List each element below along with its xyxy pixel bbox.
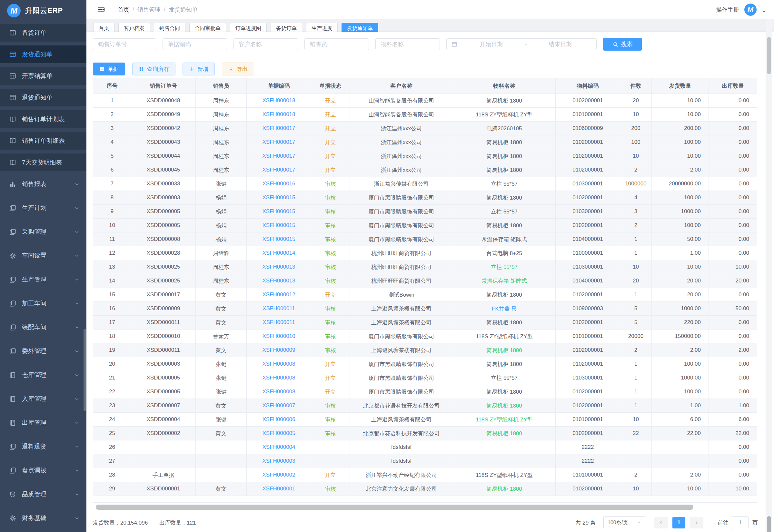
doc-code-link[interactable]: XSFH000011 xyxy=(247,302,311,316)
table-row[interactable]: 25XSDD000002黄文XSFH000005审核北京都市花语科技开发有限公司… xyxy=(93,427,757,440)
sidebar-item-委外管理[interactable]: 委外管理 xyxy=(0,342,86,360)
sidebar-item-入库管理[interactable]: 入库管理 xyxy=(0,390,86,408)
sidebar-item-7天交货明细表[interactable]: 7天交货明细表 xyxy=(0,153,86,171)
table-row[interactable]: 20XSDD000003张键XSFH000008开立厦门市黑眼睛服饰有限公司简易… xyxy=(93,357,757,371)
table-row[interactable]: 8XSDD000003杨娟XSFH000015审核厦门市黑眼睛服饰有限公司简易机… xyxy=(93,191,757,205)
sidebar-scrollbar-thumb[interactable] xyxy=(84,329,86,411)
doc-code-link[interactable]: XSFH000001 xyxy=(247,482,311,496)
doc-code-link[interactable]: XSFH000017 xyxy=(247,135,311,149)
doc-code-link[interactable]: XSFH000008 xyxy=(247,385,311,399)
table-row[interactable]: 5XSDD000044周桂东XSFH000017开立浙江温州xxx公司简易机柜 … xyxy=(93,149,757,163)
next-page-button[interactable]: › xyxy=(690,517,703,528)
tab-生产进度[interactable]: 生产进度 xyxy=(306,23,338,32)
tab-发货通知单[interactable]: 发货通知单 xyxy=(342,23,378,32)
tab-首页[interactable]: 首页 xyxy=(93,23,114,32)
doc-code-link[interactable]: XSFH000015 xyxy=(247,219,311,232)
table-row[interactable]: 11XSDD000008杨娟XSFH000015审核厦门市黑眼睛服饰有限公司常温… xyxy=(93,232,757,246)
table-row[interactable]: 1XSDD000048周桂东XSFH000018开立山河智能装备股份有限公司简易… xyxy=(93,94,757,108)
table-row[interactable]: 16XSDD000009黄文XSFH000011审核上海避风塘茶楼有限公司FK井… xyxy=(93,302,757,316)
doc-code-link[interactable]: XSFH000002 xyxy=(247,468,311,482)
date-range-picker[interactable]: 开始日期 - 结束日期 xyxy=(446,38,597,50)
table-row[interactable]: 24XSDD000004张键XSFH000006审核上海避风塘茶楼有限公司118… xyxy=(93,413,757,427)
page-scrollbar-thumb[interactable] xyxy=(767,516,771,532)
sidebar-item-退货通知单[interactable]: 退货通知单 xyxy=(0,89,86,106)
doc-code-link[interactable]: XSFH000004 xyxy=(247,440,311,454)
doc-code-link[interactable]: XSFH000018 xyxy=(247,94,311,108)
table-row[interactable]: 28手工单据XSFH000002开立浙江裕兴不动产经纪有限公司118S ZY型纸… xyxy=(93,468,757,482)
collapse-menu-icon[interactable] xyxy=(97,5,105,14)
sidebar-item-退料退货[interactable]: 退料退货 xyxy=(0,438,86,456)
goto-page-input[interactable] xyxy=(732,516,749,529)
table-row[interactable]: 4XSDD000043周桂东XSFH000017开立浙江温州xxx公司简易机柜 … xyxy=(93,135,757,149)
table-row[interactable]: 29XSDD000001黄文XSFH000001审核北京注意力文化发展有限公司简… xyxy=(93,482,757,496)
table-row[interactable]: 26XSFH000004fdsfdsfsf22220.00 xyxy=(93,440,757,454)
sidebar-item-仓库管理[interactable]: 仓库管理 xyxy=(0,366,86,384)
sidebar-item-出库管理[interactable]: 出库管理 xyxy=(0,414,86,432)
manual-link[interactable]: 操作手册 xyxy=(716,6,739,14)
doc-code-link[interactable]: XSFH000016 xyxy=(247,177,311,191)
查询所有-button[interactable]: 查询所有 xyxy=(132,63,175,75)
chevron-down-icon[interactable] xyxy=(762,9,766,14)
tab-备货订单[interactable]: 备货订单 xyxy=(271,23,302,32)
horizontal-scrollbar-thumb[interactable] xyxy=(96,505,693,510)
table-row[interactable]: 12XSDD000028屈继辉XSFH000014审核杭州旺旺旺商贸有限公司台式… xyxy=(93,246,757,260)
doc-code-link[interactable]: XSFH000009 xyxy=(247,343,311,357)
doc-code-link[interactable]: XSFH000017 xyxy=(247,163,311,177)
table-row[interactable]: 2XSDD000049周桂东XSFH000018开立山河智能装备股份有限公司11… xyxy=(93,108,757,122)
tab-合同审批单[interactable]: 合同审批单 xyxy=(189,23,226,32)
vertical-scrollbar-thumb[interactable] xyxy=(767,37,771,74)
table-row[interactable]: 7XSDD000033张键XSFH000016审核浙江裕兴传媒有限公司立柱 55… xyxy=(93,177,757,191)
doc-code-link[interactable]: XSFH000015 xyxy=(247,232,311,246)
tab-订单进度图[interactable]: 订单进度图 xyxy=(230,23,267,32)
doc-code-link[interactable]: XSFH000017 xyxy=(247,122,311,135)
doc-code-link[interactable]: XSFH000007 xyxy=(247,399,311,413)
tab-销售合同[interactable]: 销售合同 xyxy=(154,23,185,32)
table-row[interactable]: 27XSFH000003fdsfdsfsf22220.00 xyxy=(93,454,757,468)
sidebar-item-销售订单计划表[interactable]: 销售订单计划表 xyxy=(0,110,86,128)
table-row[interactable]: 18XSDD000010曹素芳XSFH000010审核厦门市黑眼睛服饰有限公司1… xyxy=(93,330,757,343)
sidebar-item-生产计划[interactable]: 生产计划 xyxy=(0,199,86,217)
sidebar-item-生产管理[interactable]: 生产管理 xyxy=(0,271,86,289)
prev-page-button[interactable]: ‹ xyxy=(654,517,668,528)
breadcrumb-home[interactable]: 首页 xyxy=(118,6,129,14)
doc-code-link[interactable]: XSFH000014 xyxy=(247,246,311,260)
filter-seller-input[interactable] xyxy=(304,38,369,50)
breadcrumb-sales[interactable]: 销售管理 xyxy=(137,6,161,14)
table-row[interactable]: 9XSDD000005杨娟XSFH000015审核厦门市黑眼睛服饰有限公司立柱 … xyxy=(93,205,757,219)
search-button[interactable]: 搜索 xyxy=(603,38,642,51)
doc-code-link[interactable]: XSFH000010 xyxy=(247,330,311,343)
filter-order-input[interactable] xyxy=(93,38,156,50)
page-size-select[interactable]: 100条/页 xyxy=(603,516,645,529)
sidebar-item-财务基础[interactable]: 财务基础 xyxy=(0,509,86,527)
doc-code-link[interactable]: XSFH000008 xyxy=(247,357,311,371)
table-row[interactable]: 6XSDD000045周桂东XSFH000017开立浙江温州xxx公司简易机柜 … xyxy=(93,163,757,177)
doc-code-link[interactable]: XSFH000006 xyxy=(247,413,311,427)
sidebar-item-发货通知单[interactable]: 发货通知单 xyxy=(0,45,86,63)
sidebar-item-销售订单明细表[interactable]: 销售订单明细表 xyxy=(0,132,86,150)
sidebar-item-装配车间[interactable]: 装配车间 xyxy=(0,318,86,336)
doc-code-link[interactable]: XSFH000018 xyxy=(247,108,311,122)
doc-code-link[interactable]: XSFH000008 xyxy=(247,371,311,385)
sidebar-item-盘点调拨[interactable]: 盘点调拨 xyxy=(0,461,86,479)
doc-code-link[interactable]: XSFH000005 xyxy=(247,427,311,440)
table-row[interactable]: 19XSDD000011黄文XSFH000009审核上海避风塘茶楼有限公司简易机… xyxy=(93,343,757,357)
filter-code-input[interactable] xyxy=(163,38,227,50)
table-row[interactable]: 14XSDD000025周桂东XSFH000013审核杭州旺旺旺商贸有限公司常温… xyxy=(93,274,757,288)
tab-客户档案[interactable]: 客户档案 xyxy=(118,23,150,32)
current-page[interactable]: 1 xyxy=(672,517,685,528)
table-row[interactable]: 23XSDD000007黄文XSFH000007审核北京都市花语科技开发有限公司… xyxy=(93,399,757,413)
sidebar-item-备货订单[interactable]: 备货订单 xyxy=(0,24,86,42)
sidebar-item-车间设置[interactable]: 车间设置 xyxy=(0,247,86,265)
sidebar-item-品质管理[interactable]: 品质管理 xyxy=(0,485,86,503)
avatar[interactable]: M xyxy=(744,4,757,16)
doc-code-link[interactable]: XSFH000012 xyxy=(247,288,311,302)
table-row[interactable]: 17XSDD000011黄文XSFH000011审核上海避风塘茶楼有限公司简易机… xyxy=(93,316,757,330)
sidebar-item-开票结算单[interactable]: 开票结算单 xyxy=(0,67,86,85)
filter-customer-input[interactable] xyxy=(233,38,298,50)
table-row[interactable]: 21XSDD000005张键XSFH000008开立厦门市黑眼睛服饰有限公司立柱… xyxy=(93,371,757,385)
filter-material-input[interactable] xyxy=(375,38,440,50)
doc-code-link[interactable]: XSFH000013 xyxy=(247,260,311,274)
doc-code-link[interactable]: XSFH000015 xyxy=(247,205,311,219)
doc-code-link[interactable]: XSFH000017 xyxy=(247,149,311,163)
doc-code-link[interactable]: XSFH000003 xyxy=(247,454,311,468)
